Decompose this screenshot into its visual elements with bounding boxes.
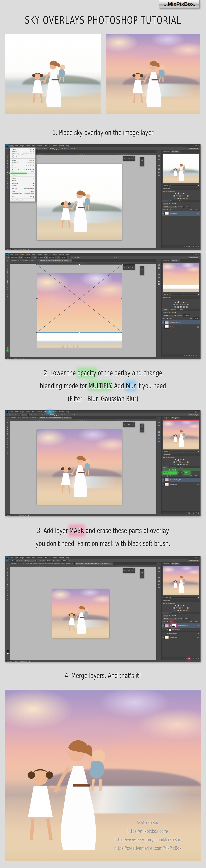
tab-navigator[interactable]: Navigator: [171, 259, 180, 262]
credit-link[interactable]: https://www.etsy.com/shop/MixPixBox: [114, 835, 181, 844]
panel-icon[interactable]: ▥: [158, 264, 160, 266]
commit-transform-icon[interactable]: ✓: [116, 257, 117, 258]
tool-icon[interactable]: ∿: [7, 422, 8, 424]
3d-mode-icons[interactable]: ◐ ◓ ◑ ⊕ ✛: [69, 148, 75, 150]
cancel-transform-icon[interactable]: ⊘: [114, 257, 115, 258]
panel-icon[interactable]: ▣: [158, 434, 160, 436]
tool-icon[interactable]: ◪: [7, 280, 8, 282]
visibility-eye-icon[interactable]: ◉: [162, 213, 163, 214]
menu-item[interactable]: Select: [36, 145, 43, 147]
tool-icon[interactable]: ▷: [7, 180, 8, 182]
navigator-preview[interactable]: [163, 420, 199, 450]
menu-item[interactable]: Select: [36, 411, 43, 413]
panel-icon[interactable]: ⊟: [158, 283, 160, 285]
file-menu-item[interactable]: [10, 189, 35, 190]
layers-panel-action-icon[interactable]: ∞: [184, 512, 185, 514]
layer-row-sky[interactable]: ◉ Romantic Sky_11: [162, 320, 200, 325]
adjustment-icon[interactable]: ✺: [175, 302, 176, 303]
mini-panel-icon[interactable]: A: [131, 569, 135, 572]
tool-icon[interactable]: ⊕: [7, 426, 8, 428]
blend-mode-dropdown[interactable]: Normal: [162, 206, 177, 208]
fill-field[interactable]: 100%: [193, 317, 200, 320]
layers-panel-action-icon[interactable]: ◐: [191, 512, 192, 514]
adjustment-icon[interactable]: ✺: [175, 459, 176, 461]
file-menu-item[interactable]: Open As...Alt+Shift+Ctrl+O: [10, 152, 35, 154]
brush-mode-dropdown[interactable]: Normal: [24, 560, 36, 562]
brush-size-field[interactable]: 25: [9, 560, 16, 562]
layer-thumbnail[interactable]: [164, 478, 169, 482]
tool-icon[interactable]: ◌: [7, 267, 8, 269]
tab-layers[interactable]: Layers: [162, 200, 169, 202]
file-menu-item[interactable]: Import▸: [10, 177, 35, 179]
tool-icon[interactable]: ▭: [7, 291, 8, 293]
navigator-zoom-field[interactable]: 61.89%: [163, 596, 169, 599]
panel-icon[interactable]: ◔: [158, 574, 159, 576]
adjustment-icon[interactable]: ◫: [174, 609, 176, 611]
layer-row-sky-masked[interactable]: ◉ ⧓ Romantic Sky_19 ◈: [162, 623, 200, 628]
adjustment-icon[interactable]: ◕: [182, 607, 183, 609]
panel-icon[interactable]: ◭: [158, 583, 160, 585]
tool-icon[interactable]: ✚: [7, 575, 8, 576]
file-menu-item[interactable]: CloseCtrl+W: [10, 159, 35, 161]
panel-icon[interactable]: ◭: [158, 280, 160, 282]
layers-panel-action-icon[interactable]: ⊞: [196, 512, 197, 514]
menu-item[interactable]: Type: [31, 253, 36, 255]
link-layers-icon[interactable]: ∞: [184, 658, 185, 660]
tool-icon[interactable]: ○: [7, 451, 8, 453]
adjustment-icon[interactable]: ◕: [182, 461, 183, 463]
panel-icon[interactable]: ▥: [158, 567, 160, 569]
tool-icon[interactable]: ▭: [7, 594, 8, 596]
tab-channels[interactable]: Channels: [169, 200, 178, 202]
panel-icon[interactable]: ◑: [158, 564, 159, 566]
tool-icon[interactable]: ◪: [7, 583, 8, 585]
panel-icon[interactable]: ◔: [158, 270, 159, 272]
kind-filter-dropdown[interactable]: Kind: [162, 615, 169, 617]
brush-tool-icon[interactable]: ✎▾: [6, 560, 8, 562]
tool-icon[interactable]: ✎: [7, 431, 8, 432]
tab-channels[interactable]: Channels: [169, 309, 178, 311]
window-control-icon[interactable]: ×: [198, 411, 199, 413]
tab-layers[interactable]: Layers: [162, 309, 169, 311]
tool-icon[interactable]: ◌: [7, 158, 8, 160]
opacity-field[interactable]: 100%: [183, 314, 190, 317]
tab-channels[interactable]: Channels: [169, 466, 178, 468]
window-control-icon[interactable]: —: [192, 411, 194, 413]
blend-mode-dropdown-multiply[interactable]: Multiply: [162, 472, 177, 474]
width-field[interactable]: 61.29%: [37, 256, 43, 259]
layers-panel-action-icon[interactable]: ▯: [198, 355, 199, 356]
adjustment-icon[interactable]: ▩: [187, 607, 188, 609]
status-zoom[interactable]: 61.89%: [6, 660, 13, 662]
status-zoom[interactable]: 100%: [6, 515, 11, 517]
tool-icon[interactable]: ∿: [7, 265, 8, 266]
adjustment-icon[interactable]: ◩: [180, 197, 182, 199]
adjustment-icon[interactable]: ↻: [176, 607, 178, 609]
file-menu-item[interactable]: [10, 158, 35, 159]
mask-link-icon[interactable]: ⧓: [170, 625, 171, 626]
panel-icon[interactable]: ⊟: [158, 174, 160, 176]
panel-icon[interactable]: ⊟: [158, 586, 160, 588]
align-icons[interactable]: ▘ ▀ ▝ ▖ ▄ ▗: [50, 148, 58, 150]
mini-panel-icon[interactable]: ◳: [140, 425, 144, 429]
menu-item[interactable]: Filter: [43, 253, 48, 255]
window-control-icon[interactable]: ×: [198, 557, 199, 559]
mini-panel-icon[interactable]: ⇱: [123, 423, 127, 427]
panel-icon[interactable]: ▣: [158, 580, 160, 582]
tool-icon[interactable]: ◇: [7, 588, 8, 589]
file-menu-item[interactable]: File Info...Alt+Shift+Ctrl+I: [10, 187, 35, 189]
tool-icon[interactable]: ◔: [7, 278, 8, 279]
file-menu-item[interactable]: Print...Ctrl+P: [10, 191, 35, 193]
foreground-color-swatch[interactable]: [6, 650, 9, 652]
tool-icon[interactable]: T: [7, 444, 8, 446]
menu-item[interactable]: Edit: [14, 145, 19, 147]
file-menu-item[interactable]: Export▸: [10, 179, 35, 181]
tool-icon[interactable]: ✚: [7, 271, 8, 273]
tool-icon[interactable]: ▽: [7, 585, 8, 587]
status-zoom[interactable]: 100%: [6, 357, 11, 359]
layer-row-background[interactable]: ◉ Background: [162, 325, 200, 329]
menu-item[interactable]: Help: [65, 145, 70, 147]
window-control-icon[interactable]: ▢: [195, 411, 197, 413]
blend-mode-dropdown[interactable]: Normal: [162, 314, 177, 317]
tool-icon[interactable]: ○: [7, 596, 8, 598]
tool-icon[interactable]: ✚: [7, 429, 8, 430]
workspace-dropdown[interactable]: Photography: [188, 559, 199, 562]
